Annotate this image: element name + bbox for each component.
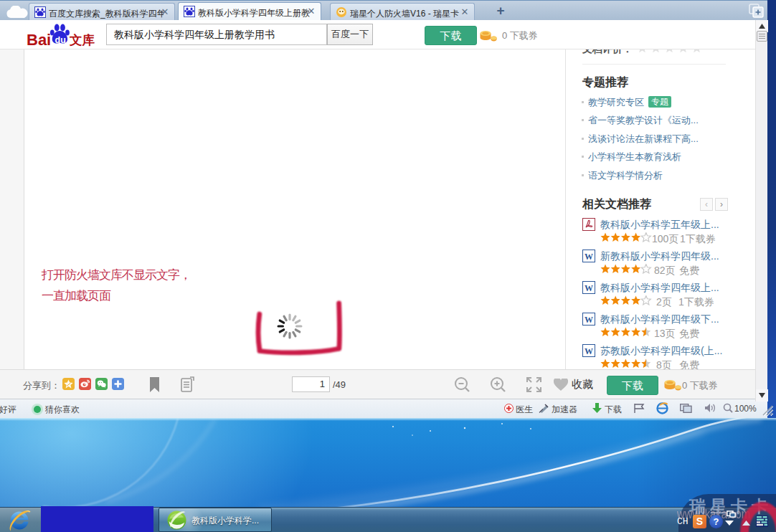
svg-text:du: du: [55, 35, 66, 45]
svg-text:Bai: Bai: [27, 31, 51, 49]
svg-text:文库: 文库: [69, 33, 95, 47]
svg-text:W: W: [585, 283, 593, 293]
svg-text:W: W: [585, 315, 593, 325]
svg-text:W: W: [585, 346, 593, 356]
svg-text:W: W: [585, 252, 593, 262]
